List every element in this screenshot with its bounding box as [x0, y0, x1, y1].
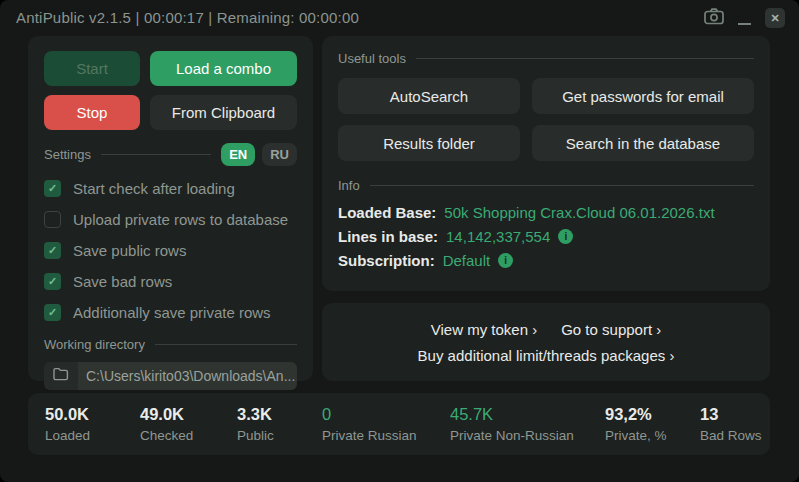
- stat-label: Checked: [140, 428, 237, 443]
- checkbox-box[interactable]: ✓: [44, 273, 61, 290]
- stat-label: Private Russian: [322, 428, 450, 443]
- start-button[interactable]: Start: [44, 51, 140, 86]
- checkbox-start-check-after-loading[interactable]: ✓ Start check after loading: [44, 179, 297, 197]
- window-title: AntiPublic v2.1.5 | 00:00:17 | Remaining…: [16, 9, 359, 26]
- titlebar[interactable]: AntiPublic v2.1.5 | 00:00:17 | Remaining…: [0, 0, 799, 30]
- checkbox-label: Save public rows: [73, 242, 186, 259]
- from-clipboard-button[interactable]: From Clipboard: [150, 95, 297, 130]
- stat-label: Private, %: [605, 428, 700, 443]
- checkbox-additionally-save-private-rows[interactable]: ✓ Additionally save private rows: [44, 303, 297, 321]
- close-button[interactable]: ✕: [765, 8, 785, 28]
- stat-value: 45.7K: [450, 405, 605, 424]
- checkbox-upload-private-rows[interactable]: ✓ Upload private rows to database: [44, 210, 297, 228]
- tools-info-panel: Useful tools AutoSearch Get passwords fo…: [322, 36, 770, 291]
- check-icon: ✓: [48, 307, 57, 318]
- working-directory-header: Working directory: [44, 337, 297, 352]
- stat-checked: 49.0K Checked: [140, 405, 237, 455]
- window-controls: ✕: [704, 8, 785, 29]
- loaded-base-row: Loaded Base: 50k Shopping Crax.Cloud 06.…: [338, 204, 754, 221]
- checkbox-save-public-rows[interactable]: ✓ Save public rows: [44, 241, 297, 259]
- stat-private-non-russian: 45.7K Private Non-Russian: [450, 405, 605, 455]
- checkbox-label: Save bad rows: [73, 273, 172, 290]
- checkbox-label: Start check after loading: [73, 180, 235, 197]
- working-directory-row: C:\Users\kirito03\Downloads\An...: [44, 362, 297, 390]
- folder-icon: [53, 367, 69, 385]
- divider: [101, 154, 211, 155]
- go-to-support-link[interactable]: Go to support ›: [561, 321, 661, 338]
- get-passwords-button[interactable]: Get passwords for email: [532, 78, 754, 114]
- lines-in-base-row: Lines in base: 14,142,337,554 i: [338, 228, 754, 245]
- control-panel: Start Load a combo Stop From Clipboard S…: [28, 36, 313, 381]
- checkbox-box[interactable]: ✓: [44, 211, 61, 228]
- check-icon: ✓: [48, 245, 57, 256]
- autosearch-button[interactable]: AutoSearch: [338, 78, 520, 114]
- stat-value: 50.0K: [45, 405, 140, 424]
- loaded-base-value: 50k Shopping Crax.Cloud 06.01.2026.txt: [444, 204, 714, 221]
- info-icon[interactable]: i: [498, 253, 513, 268]
- results-folder-button[interactable]: Results folder: [338, 125, 520, 161]
- divider: [370, 185, 754, 186]
- settings-label: Settings: [44, 147, 91, 162]
- minimize-button[interactable]: [738, 12, 751, 25]
- stat-value: 13: [700, 405, 770, 424]
- loaded-base-label: Loaded Base:: [338, 204, 436, 221]
- close-icon: ✕: [770, 12, 779, 25]
- stat-private-russian: 0 Private Russian: [322, 405, 450, 455]
- check-icon: ✓: [48, 183, 57, 194]
- working-directory-label: Working directory: [44, 337, 145, 352]
- language-toggle-ru[interactable]: RU: [262, 143, 297, 166]
- camera-icon: [704, 8, 724, 29]
- stat-value: 93,2%: [605, 405, 700, 424]
- stat-label: Public: [237, 428, 322, 443]
- stat-label: Private Non-Russian: [450, 428, 605, 443]
- stat-label: Loaded: [45, 428, 140, 443]
- settings-header: Settings EN RU: [44, 143, 297, 166]
- view-my-token-link[interactable]: View my token ›: [431, 321, 537, 338]
- info-icon[interactable]: i: [558, 229, 573, 244]
- browse-folder-button[interactable]: [44, 362, 78, 390]
- stat-bad-rows: 13 Bad Rows: [700, 405, 770, 455]
- stat-label: Bad Rows: [700, 428, 770, 443]
- subscription-row: Subscription: Default i: [338, 252, 754, 269]
- stat-loaded: 50.0K Loaded: [45, 405, 140, 455]
- stat-value: 49.0K: [140, 405, 237, 424]
- divider: [416, 58, 754, 59]
- checkbox-box[interactable]: ✓: [44, 242, 61, 259]
- stat-value: 0: [322, 405, 450, 424]
- checkbox-save-bad-rows[interactable]: ✓ Save bad rows: [44, 272, 297, 290]
- links-panel: View my token › Go to support › Buy addi…: [322, 303, 770, 381]
- subscription-label: Subscription:: [338, 252, 435, 269]
- checkbox-box[interactable]: ✓: [44, 304, 61, 321]
- buy-packages-link[interactable]: Buy additional limit/threads packages ›: [418, 347, 675, 364]
- info-label: Info: [338, 178, 360, 193]
- stat-public: 3.3K Public: [237, 405, 322, 455]
- lines-in-base-label: Lines in base:: [338, 228, 438, 245]
- check-icon: ✓: [48, 276, 57, 287]
- language-toggle-en[interactable]: EN: [221, 143, 255, 166]
- checkbox-box[interactable]: ✓: [44, 180, 61, 197]
- working-directory-path[interactable]: C:\Users\kirito03\Downloads\An...: [78, 362, 297, 390]
- app-window: AntiPublic v2.1.5 | 00:00:17 | Remaining…: [0, 0, 799, 482]
- info-header: Info: [338, 178, 754, 193]
- stat-private-percent: 93,2% Private, %: [605, 405, 700, 455]
- stat-value: 3.3K: [237, 405, 322, 424]
- useful-tools-header: Useful tools: [338, 51, 754, 66]
- subscription-value: Default: [443, 252, 491, 269]
- stop-button[interactable]: Stop: [44, 95, 140, 130]
- lines-in-base-value: 14,142,337,554: [446, 228, 550, 245]
- useful-tools-label: Useful tools: [338, 51, 406, 66]
- checkbox-label: Additionally save private rows: [73, 304, 271, 321]
- checkbox-label: Upload private rows to database: [73, 211, 288, 228]
- search-database-button[interactable]: Search in the database: [532, 125, 754, 161]
- stats-bar: 50.0K Loaded 49.0K Checked 3.3K Public 0…: [28, 393, 770, 455]
- screenshot-button[interactable]: [704, 8, 724, 29]
- divider: [155, 344, 297, 345]
- load-combo-button[interactable]: Load a combo: [150, 51, 297, 86]
